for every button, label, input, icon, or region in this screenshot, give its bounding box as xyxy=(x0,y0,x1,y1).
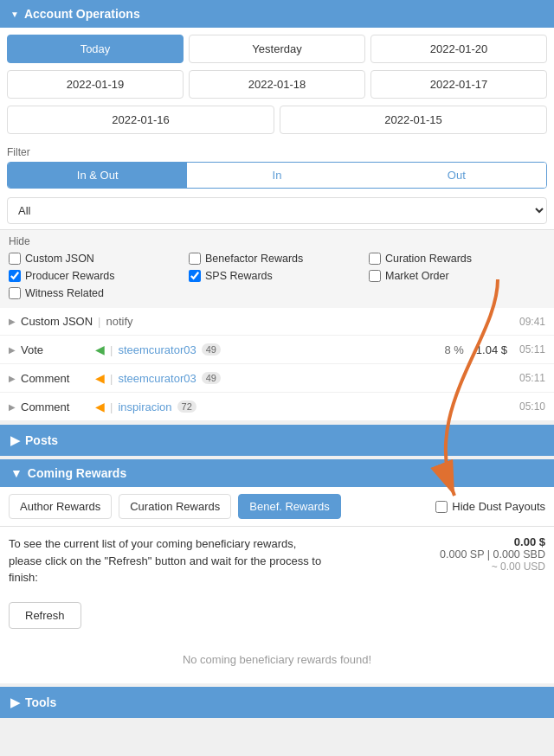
date-2022-01-18[interactable]: 2022-01-18 xyxy=(189,70,365,99)
date-yesterday[interactable]: Yesterday xyxy=(189,35,365,63)
op-type-label: Comment xyxy=(21,400,90,413)
divider: | xyxy=(110,343,113,356)
hide-witness-checkbox[interactable] xyxy=(9,287,21,299)
operations-list: ▶ Custom JSON | notify 09:41 ▶ Vote ◀ | … xyxy=(0,308,554,421)
posts-label: Posts xyxy=(25,433,58,447)
op-account-link[interactable]: steemcurator03 xyxy=(118,372,196,385)
coming-rewards-arrow: ▼ xyxy=(10,466,23,480)
divider: | xyxy=(110,372,113,385)
hide-dust-checkbox-input[interactable] xyxy=(435,501,448,513)
tab-benef-rewards[interactable]: Benef. Rewards xyxy=(238,494,341,519)
hide-curation-rewards: Curation Rewards xyxy=(369,253,545,265)
op-time: 09:41 xyxy=(519,316,545,328)
posts-section-header[interactable]: ▶ Posts xyxy=(0,425,554,456)
tab-author-rewards[interactable]: Author Rewards xyxy=(9,494,112,519)
hide-dust-label[interactable]: Hide Dust Payouts xyxy=(452,500,545,513)
hide-benefactor-checkbox[interactable] xyxy=(189,253,201,265)
hide-market-checkbox[interactable] xyxy=(369,270,381,282)
date-grid-row1: Today Yesterday 2022-01-20 xyxy=(0,28,554,70)
hide-witness-label[interactable]: Witness Related xyxy=(25,287,104,299)
all-dropdown-section: All xyxy=(0,194,554,229)
reward-usd-small: ~ 0.00 USD xyxy=(440,561,545,573)
hide-witness-related: Witness Related xyxy=(9,287,185,299)
hide-custom-json-checkbox[interactable] xyxy=(9,253,21,265)
hide-sps-label[interactable]: SPS Rewards xyxy=(205,270,273,282)
table-row: ▶ Vote ◀ | steemcurator03 49 8 % 1.04 $ … xyxy=(0,336,554,364)
reward-usd-amount: 0.00 $ xyxy=(440,535,545,548)
row-expand-icon[interactable]: ▶ xyxy=(9,317,16,326)
hide-sps-rewards: SPS Rewards xyxy=(189,270,365,282)
header-arrow: ▼ xyxy=(10,10,19,19)
reward-info-line2: please click on the "Refresh" button and… xyxy=(9,554,321,585)
table-row: ▶ Comment ◀ | inspiracion 72 05:10 xyxy=(0,393,554,421)
row-expand-icon[interactable]: ▶ xyxy=(9,374,16,383)
date-2022-01-15[interactable]: 2022-01-15 xyxy=(280,106,547,134)
hide-sps-checkbox[interactable] xyxy=(189,270,201,282)
hide-market-orders: Market Order xyxy=(369,270,545,282)
hide-market-label[interactable]: Market Order xyxy=(385,270,449,282)
date-2022-01-17[interactable]: 2022-01-17 xyxy=(370,70,547,99)
comment-direction-icon: ◀ xyxy=(95,371,105,385)
op-amount: 1.04 $ xyxy=(476,343,507,356)
hide-curation-checkbox[interactable] xyxy=(369,253,381,265)
op-type-label: Comment xyxy=(21,372,90,385)
reward-tabs-row: Author Rewards Curation Rewards Benef. R… xyxy=(0,487,554,527)
op-account-link[interactable]: steemcurator03 xyxy=(118,343,196,356)
hide-dust-checkbox-container: Hide Dust Payouts xyxy=(435,500,545,513)
date-2022-01-20[interactable]: 2022-01-20 xyxy=(370,35,547,63)
filter-tabs: In & Out In Out xyxy=(7,162,547,189)
hide-custom-json-label[interactable]: Custom JSON xyxy=(25,253,94,265)
op-percent: 8 % xyxy=(444,343,463,356)
comment-direction-icon: ◀ xyxy=(95,400,105,413)
tab-in[interactable]: In xyxy=(187,163,366,188)
date-2022-01-19[interactable]: 2022-01-19 xyxy=(7,70,184,99)
table-row: ▶ Comment ◀ | steemcurator03 49 05:11 xyxy=(0,364,554,393)
vote-direction-icon: ◀ xyxy=(95,343,105,356)
op-time: 05:11 xyxy=(519,372,545,384)
filter-label: Filter xyxy=(7,146,547,158)
tab-in-out[interactable]: In & Out xyxy=(8,163,187,188)
divider: | xyxy=(98,315,100,328)
no-rewards-message: No coming beneficiary rewards found! xyxy=(0,636,554,683)
refresh-button[interactable]: Refresh xyxy=(9,602,81,629)
hide-label: Hide xyxy=(9,235,545,247)
row-expand-icon[interactable]: ▶ xyxy=(9,345,16,355)
reward-info-line1: To see the current list of your coming b… xyxy=(9,537,296,550)
hide-benefactor-label[interactable]: Benefactor Rewards xyxy=(205,253,303,265)
op-account-link[interactable]: inspiracion xyxy=(118,400,171,413)
reward-separator: | xyxy=(487,548,493,561)
date-2022-01-16[interactable]: 2022-01-16 xyxy=(7,106,274,134)
row-expand-icon[interactable]: ▶ xyxy=(9,402,16,412)
op-type-label: Custom JSON xyxy=(21,315,93,328)
op-detail: notify xyxy=(106,315,132,328)
divider: | xyxy=(110,400,113,413)
hide-benefactor-rewards: Benefactor Rewards xyxy=(189,253,365,265)
hide-section: Hide Custom JSON Benefactor Rewards Cura… xyxy=(0,229,554,308)
op-badge: 49 xyxy=(202,343,221,356)
all-select[interactable]: All xyxy=(7,197,547,224)
reward-info-row: To see the current list of your coming b… xyxy=(0,527,554,595)
coming-rewards-header[interactable]: ▼ Coming Rewards xyxy=(0,459,554,487)
coming-rewards-title: Coming Rewards xyxy=(28,466,126,480)
reward-amounts: 0.00 $ 0.000 SP | 0.000 SBD ~ 0.00 USD xyxy=(440,535,545,573)
tools-arrow: ▶ xyxy=(10,695,20,709)
filter-section: Filter In & Out In Out xyxy=(0,141,554,194)
reward-sp: 0.000 SP xyxy=(440,548,484,561)
reward-info-text: To see the current list of your coming b… xyxy=(9,535,338,586)
hide-producer-checkbox[interactable] xyxy=(9,270,21,282)
tab-out[interactable]: Out xyxy=(367,163,546,188)
table-row: ▶ Custom JSON | notify 09:41 xyxy=(0,308,554,336)
hide-curation-label[interactable]: Curation Rewards xyxy=(385,253,472,265)
tab-curation-rewards[interactable]: Curation Rewards xyxy=(119,494,231,519)
hide-producer-rewards: Producer Rewards xyxy=(9,270,185,282)
header-title: Account Operations xyxy=(24,7,140,21)
date-today[interactable]: Today xyxy=(7,35,184,63)
hide-producer-label[interactable]: Producer Rewards xyxy=(25,270,115,282)
account-operations-header[interactable]: ▼ Account Operations xyxy=(0,0,554,28)
hide-custom-json: Custom JSON xyxy=(9,253,185,265)
op-time: 05:11 xyxy=(519,343,545,356)
hide-checkbox-grid: Custom JSON Benefactor Rewards Curation … xyxy=(9,253,545,299)
op-type-label: Vote xyxy=(21,343,90,356)
tools-section-header[interactable]: ▶ Tools xyxy=(0,687,554,718)
date-grid-row3: 2022-01-16 2022-01-15 xyxy=(0,106,554,141)
